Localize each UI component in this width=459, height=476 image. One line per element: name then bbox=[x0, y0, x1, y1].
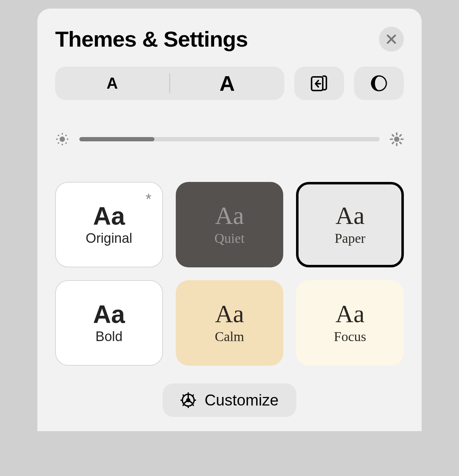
svg-point-11 bbox=[65, 135, 67, 136]
brightness-high-icon bbox=[390, 132, 404, 146]
theme-sample: Aa bbox=[93, 302, 125, 327]
top-controls: A A bbox=[55, 67, 404, 100]
brightness-control bbox=[55, 132, 404, 146]
theme-label: Original bbox=[86, 231, 132, 246]
svg-line-31 bbox=[183, 404, 184, 406]
close-icon bbox=[385, 33, 398, 46]
customize-row: Customize bbox=[55, 383, 404, 417]
brightness-slider[interactable] bbox=[79, 137, 380, 141]
svg-line-35 bbox=[184, 401, 187, 403]
font-size-decrease-button[interactable]: A bbox=[55, 67, 169, 100]
theme-quiet[interactable]: Aa Quiet bbox=[176, 182, 284, 267]
contrast-icon bbox=[369, 74, 389, 93]
brightness-low-icon bbox=[55, 132, 69, 146]
theme-label: Quiet bbox=[215, 230, 244, 246]
panel-header: Themes & Settings bbox=[55, 26, 404, 52]
svg-point-6 bbox=[62, 133, 63, 135]
themes-settings-panel: Themes & Settings A A bbox=[37, 9, 422, 431]
page-back-icon bbox=[310, 74, 329, 93]
theme-label: Focus bbox=[334, 329, 366, 344]
theme-paper[interactable]: Aa Paper bbox=[296, 182, 404, 267]
brightness-fill bbox=[79, 137, 154, 141]
theme-sample: Aa bbox=[336, 302, 365, 326]
theme-original[interactable]: * Aa Original bbox=[55, 182, 163, 267]
svg-point-8 bbox=[56, 138, 58, 140]
customize-label: Customize bbox=[205, 391, 279, 409]
svg-line-29 bbox=[183, 395, 184, 396]
svg-line-22 bbox=[400, 135, 401, 136]
customize-button[interactable]: Customize bbox=[163, 383, 296, 417]
svg-point-14 bbox=[394, 137, 400, 142]
scroll-mode-button[interactable] bbox=[294, 67, 344, 100]
theme-sample: Aa bbox=[336, 203, 365, 228]
panel-title: Themes & Settings bbox=[55, 26, 248, 52]
contrast-button[interactable] bbox=[354, 67, 404, 100]
theme-calm[interactable]: Aa Calm bbox=[176, 280, 284, 366]
theme-focus[interactable]: Aa Focus bbox=[296, 280, 404, 366]
svg-line-30 bbox=[192, 404, 194, 406]
theme-label: Bold bbox=[95, 329, 122, 344]
font-size-control: A A bbox=[55, 67, 284, 100]
svg-point-12 bbox=[58, 142, 59, 144]
svg-line-34 bbox=[190, 401, 192, 403]
theme-bold[interactable]: Aa Bold bbox=[55, 280, 163, 366]
font-size-increase-button[interactable]: A bbox=[170, 67, 284, 100]
svg-point-10 bbox=[58, 135, 59, 136]
svg-point-5 bbox=[60, 137, 65, 142]
theme-sample: Aa bbox=[215, 203, 244, 228]
svg-line-21 bbox=[392, 142, 394, 144]
close-button[interactable] bbox=[379, 27, 404, 52]
svg-point-9 bbox=[67, 138, 68, 140]
theme-label: Calm bbox=[215, 329, 244, 344]
svg-line-19 bbox=[392, 135, 394, 136]
themes-grid: * Aa Original Aa Quiet Aa Paper Aa Bold … bbox=[55, 182, 404, 366]
svg-point-7 bbox=[62, 144, 63, 145]
svg-line-32 bbox=[192, 395, 194, 396]
svg-line-20 bbox=[400, 142, 401, 144]
theme-label: Paper bbox=[334, 230, 365, 246]
gear-icon bbox=[180, 392, 196, 408]
asterisk-icon: * bbox=[146, 190, 151, 208]
theme-sample: Aa bbox=[215, 302, 244, 326]
theme-sample: Aa bbox=[93, 204, 125, 229]
svg-point-13 bbox=[65, 142, 67, 144]
